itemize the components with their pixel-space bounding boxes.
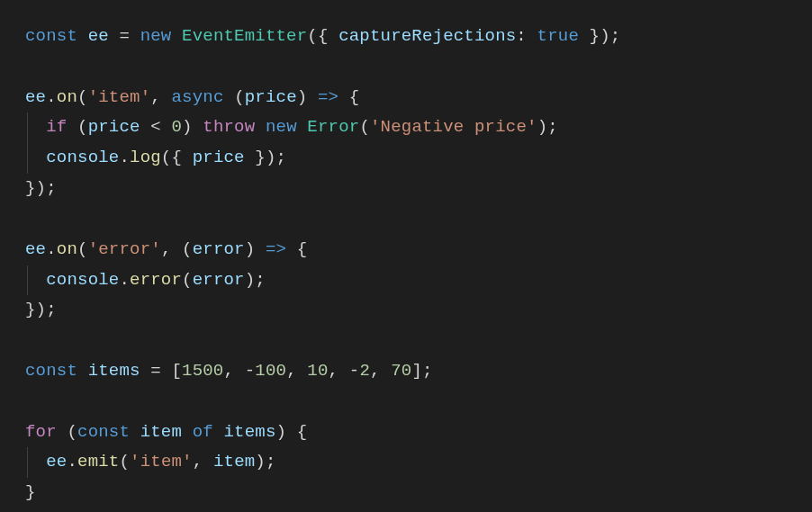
indent-guide	[27, 112, 28, 143]
code-line: const items = [1500, -100, 10, -2, 70];	[25, 356, 787, 387]
variable-item: item	[140, 422, 182, 442]
code-block: const ee = new EventEmitter({ captureRej…	[25, 22, 787, 508]
method-error: error	[130, 270, 182, 290]
string-item: 'item'	[130, 452, 193, 472]
keyword-async: async	[172, 87, 224, 107]
keyword-throw: throw	[203, 117, 255, 137]
arrow: =>	[307, 87, 348, 107]
code-line: for (const item of items) {	[25, 418, 787, 448]
method-on: on	[57, 87, 77, 107]
shorthand-price: price	[193, 148, 245, 167]
keyword-const: const	[77, 422, 130, 442]
code-line: ee.emit('item', item);	[25, 447, 787, 478]
code-line: });	[25, 295, 787, 326]
code-line-blank	[25, 204, 787, 235]
string-negative-price: 'Negative price'	[370, 117, 537, 137]
number: 2	[359, 361, 370, 381]
variable-console: console	[46, 270, 119, 290]
code-line: if (price < 0) throw new Error('Negative…	[25, 112, 787, 143]
code-line-blank	[25, 52, 787, 83]
indent-guide	[27, 265, 28, 296]
code-line: ee.on('error', (error) => {	[25, 235, 787, 265]
param-error: error	[193, 239, 245, 259]
code-line: const ee = new EventEmitter({ captureRej…	[25, 22, 787, 52]
keyword-of: of	[193, 422, 213, 442]
string-error: 'error'	[88, 239, 161, 259]
method-on: on	[57, 239, 77, 259]
method-log: log	[130, 148, 161, 167]
variable-console: console	[46, 148, 119, 167]
code-line-blank	[25, 326, 787, 356]
indent-guide	[27, 143, 28, 174]
code-line: console.error(error);	[25, 265, 787, 296]
class-error: Error	[307, 117, 359, 137]
string-item: 'item'	[88, 87, 151, 107]
keyword-if: if	[46, 117, 67, 137]
number: 70	[391, 361, 411, 381]
code-line: });	[25, 174, 787, 204]
number: 1500	[182, 361, 223, 381]
code-line-blank	[25, 387, 787, 418]
keyword-for: for	[25, 422, 57, 442]
class-eventemitter: EventEmitter	[182, 26, 307, 46]
number: 100	[255, 361, 286, 381]
variable-items: items	[88, 361, 140, 381]
keyword-new: new	[140, 26, 172, 46]
keyword-const: const	[25, 361, 77, 381]
keyword-new: new	[266, 117, 297, 137]
arrow: =>	[255, 239, 296, 259]
indent-guide	[27, 447, 28, 478]
code-line: }	[25, 478, 787, 508]
param-price: price	[245, 87, 297, 107]
code-line: ee.on('item', async (price) => {	[25, 83, 787, 113]
number: 10	[307, 361, 328, 381]
prop-capturerejections: captureRejections	[338, 26, 516, 46]
keyword-const: const	[25, 26, 77, 46]
code-line: console.log({ price });	[25, 143, 787, 174]
literal-true: true	[537, 26, 579, 46]
method-emit: emit	[77, 452, 119, 472]
variable-ee: ee	[88, 26, 109, 46]
number-zero: 0	[171, 117, 182, 137]
